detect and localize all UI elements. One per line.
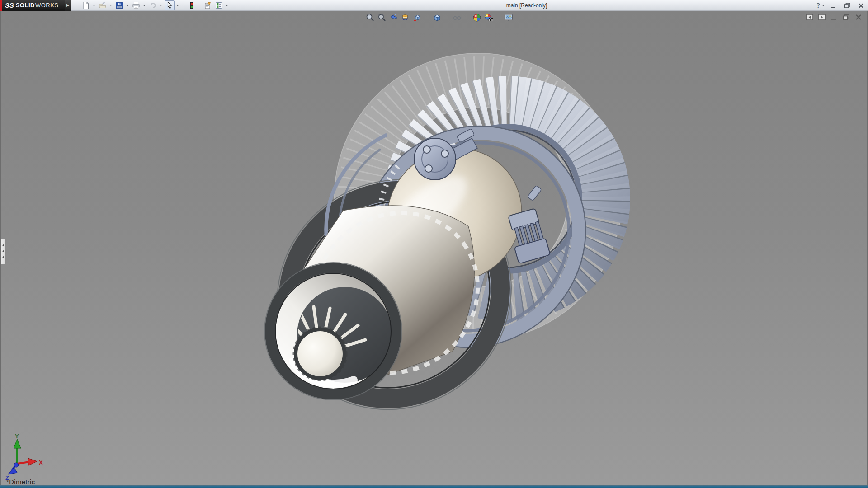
triad-y-label: Y	[15, 433, 19, 440]
zoom-to-fit-button[interactable]	[365, 13, 375, 23]
jet-engine-model	[231, 53, 631, 456]
casing-bracket-right	[528, 185, 542, 201]
save-button[interactable]	[114, 0, 124, 10]
open-button[interactable]	[98, 0, 108, 10]
edit-appearance-icon	[472, 13, 481, 22]
menubar: ЗS SOLID WORKS ▶	[0, 0, 868, 11]
tile-left-button[interactable]	[806, 14, 814, 20]
view-orientation-button[interactable]	[412, 13, 422, 23]
print-icon	[132, 1, 140, 9]
tile-left-icon	[806, 14, 813, 20]
front-nozzle	[264, 263, 402, 400]
edit-appearance-button[interactable]	[472, 13, 482, 23]
hide-show-items-button[interactable]	[452, 13, 462, 23]
brand-logo-body: ЗS SOLID WORKS	[0, 0, 65, 11]
brand-name-bold: SOLID	[16, 2, 35, 9]
print-dropdown[interactable]	[142, 0, 147, 10]
zoom-to-fit-icon	[366, 13, 375, 22]
status-lights-icon	[188, 1, 196, 9]
headsup-view-toolbar	[365, 13, 514, 23]
checkered-flag	[489, 18, 493, 21]
section-view-button[interactable]	[401, 13, 410, 23]
view-orientation-icon	[413, 13, 422, 22]
previous-view-button[interactable]	[389, 13, 399, 23]
display-style-button[interactable]	[432, 13, 442, 23]
open-icon	[99, 1, 107, 9]
model-canvas[interactable]: Y X Z	[0, 11, 868, 485]
menu-expand-button[interactable]: ▶	[65, 0, 71, 11]
zoom-to-area-button[interactable]	[377, 13, 387, 23]
brand-logo: ЗS SOLID WORKS ▶	[0, 0, 71, 11]
document-title: main [Read-only]	[488, 0, 565, 11]
open-dropdown[interactable]	[108, 0, 113, 10]
window-bottom-edge	[0, 485, 868, 488]
view-settings-button[interactable]	[504, 13, 514, 23]
select-button[interactable]	[165, 0, 175, 10]
collapse-arrow-icon	[2, 256, 4, 258]
graphics-viewport[interactable]: Y X Z	[0, 11, 868, 485]
undo-icon	[149, 1, 157, 9]
view-settings-icon	[504, 13, 514, 22]
orientation-triad: Y X Z	[5, 433, 43, 481]
save-dropdown[interactable]	[125, 0, 130, 10]
options-icon	[215, 1, 223, 9]
brand-mark: ЗS	[5, 1, 14, 9]
brand-name-light: WORKS	[35, 2, 59, 9]
zoom-to-area-icon	[377, 13, 387, 22]
window-controls: ?	[817, 0, 866, 11]
triad-x-label: X	[39, 459, 43, 466]
doc-close-button[interactable]	[854, 14, 863, 20]
collapse-arrow-icon	[2, 244, 4, 247]
status-lights-button[interactable]	[187, 0, 197, 10]
new-document-dropdown[interactable]	[92, 0, 97, 10]
doc-restore-icon	[843, 14, 850, 20]
apply-scene-button[interactable]	[484, 13, 494, 23]
hide-show-items-icon	[452, 13, 462, 22]
design-binder-icon	[204, 1, 212, 9]
tile-right-icon	[818, 14, 826, 20]
restore-icon	[844, 3, 851, 8]
doc-close-icon	[855, 14, 862, 20]
restore-button[interactable]	[843, 2, 852, 9]
design-binder-button[interactable]	[203, 0, 213, 10]
apply-scene-icon	[484, 13, 494, 22]
previous-view-icon	[389, 13, 398, 22]
save-icon	[115, 1, 123, 9]
doc-restore-button[interactable]	[842, 14, 850, 20]
print-button[interactable]	[131, 0, 141, 10]
tile-right-button[interactable]	[818, 14, 826, 20]
close-button[interactable]	[856, 2, 865, 9]
document-window-controls	[806, 14, 863, 20]
doc-minimize-button[interactable]	[830, 14, 838, 20]
solidworks-window: ЗS SOLID WORKS ▶	[0, 0, 868, 488]
minimize-icon	[831, 3, 837, 8]
shaft-hub	[296, 329, 344, 378]
section-view-icon	[401, 13, 410, 22]
view-orientation-label: *Dimetric	[6, 478, 35, 485]
undo-dropdown[interactable]	[159, 0, 164, 10]
close-icon	[858, 3, 864, 8]
display-style-icon	[433, 13, 442, 22]
help-dropdown[interactable]	[822, 5, 825, 6]
help-icon[interactable]: ?	[817, 2, 821, 9]
standard-toolbar	[81, 0, 230, 10]
options-dropdown[interactable]	[225, 0, 230, 10]
new-document-button[interactable]	[81, 0, 91, 10]
feature-manager-collapsed-tab[interactable]	[1, 238, 6, 264]
options-button[interactable]	[214, 0, 224, 10]
new-document-icon	[82, 1, 90, 9]
doc-minimize-icon	[831, 14, 837, 20]
select-dropdown[interactable]	[175, 0, 180, 10]
select-cursor-icon	[165, 1, 174, 9]
collapse-arrow-icon	[2, 250, 4, 253]
minimize-button[interactable]	[829, 2, 838, 9]
undo-button[interactable]	[148, 0, 158, 10]
